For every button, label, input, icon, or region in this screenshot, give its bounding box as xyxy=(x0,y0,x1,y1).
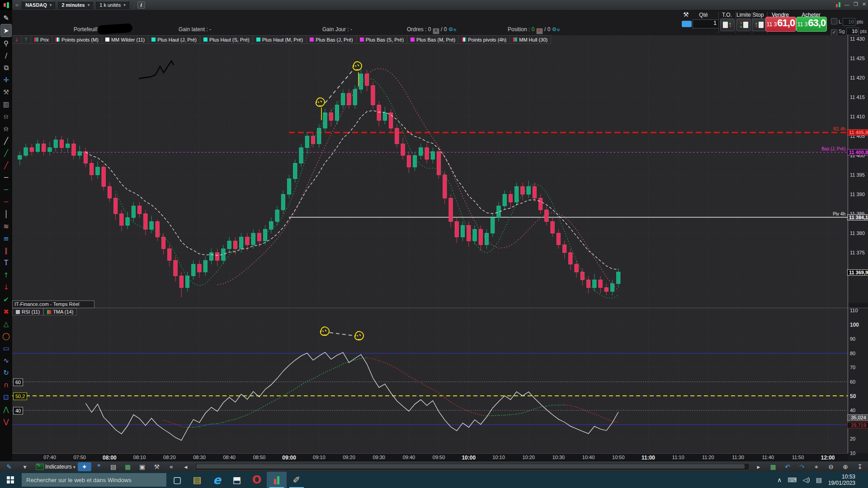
gimp-icon[interactable]: ✐ xyxy=(287,472,307,488)
opera-icon[interactable]: O xyxy=(247,472,267,488)
price-chart[interactable] xyxy=(12,35,848,308)
share-icon[interactable]: ✦ xyxy=(78,462,91,471)
move-tool-icon[interactable]: ✛ xyxy=(1,74,11,86)
cross-mark-icon[interactable]: ✖ xyxy=(1,305,11,318)
tma-legend-item[interactable]: TMA (14) xyxy=(43,308,77,315)
keyboard-icon[interactable] xyxy=(682,21,692,27)
rsi-chart[interactable] xyxy=(12,308,848,453)
orders-settings-icon[interactable]: ⚙⚙ xyxy=(448,26,457,33)
pattern-up-icon[interactable]: ⋀ xyxy=(1,403,11,415)
arrow-up-icon[interactable]: ↑ xyxy=(1,269,11,281)
task-view-icon[interactable]: ▢ xyxy=(167,472,187,488)
scroll-right-arrow[interactable]: ▸ xyxy=(752,462,765,471)
limit-order-button[interactable]: ▼▲ xyxy=(736,19,751,31)
undo-icon[interactable]: ↶ xyxy=(781,462,794,471)
fibonacci-levels-icon[interactable]: ≡ xyxy=(1,232,11,244)
pen-dropdown-caret[interactable]: ▾ xyxy=(18,462,32,471)
volume-icon[interactable]: ◁) xyxy=(802,476,810,483)
sg-checkbox[interactable]: ✓ xyxy=(831,29,837,36)
hline-white-icon[interactable]: ─ xyxy=(1,171,11,183)
info-icon[interactable]: i xyxy=(137,1,145,9)
taskbar-search-input[interactable]: Rechercher sur le web et dans Windows xyxy=(22,473,166,487)
minimize-button[interactable]: — xyxy=(844,2,849,7)
rsi-level-tag[interactable]: 50,2 xyxy=(13,392,27,400)
chat-icon[interactable]: ❞ xyxy=(92,462,106,471)
ruler-tool-icon[interactable]: ∕ xyxy=(1,49,11,61)
legend-item[interactable]: Plus Bas (J, Pré) xyxy=(307,36,357,43)
zoom-in-icon[interactable]: ⊕ xyxy=(839,462,852,471)
rotate-cursor-icon[interactable]: ↻ xyxy=(1,366,11,379)
file-explorer-icon[interactable]: ▤ xyxy=(187,472,207,488)
legend-item[interactable]: Points pivots (4h) xyxy=(459,36,510,43)
l-points-input[interactable]: 10 xyxy=(843,18,855,26)
magnet-icon[interactable]: ∩ xyxy=(1,379,11,391)
dock-panel-icon[interactable]: ↧ xyxy=(853,462,867,471)
tools-icon[interactable]: ⚒ xyxy=(1,86,11,98)
arrow-down-icon[interactable]: ↓ xyxy=(1,281,11,293)
qty-input[interactable]: 1 xyxy=(693,19,719,28)
taskbar-clock[interactable]: 10:53 19/01/2023 xyxy=(828,474,855,486)
settings-wrench-icon[interactable]: ⚒ xyxy=(150,462,164,471)
panel-settings-wrench-icon[interactable]: ⚒ xyxy=(683,11,689,18)
price-axis[interactable]: 11 43011 42511 42011 41511 41011 40511 4… xyxy=(848,35,868,303)
alarm-icon[interactable]: ⍾ xyxy=(1,122,11,135)
report-icon[interactable]: ▤ xyxy=(107,462,120,471)
channel-icon[interactable]: ∥ xyxy=(1,244,11,257)
export-down-icon[interactable]: ⤓ xyxy=(12,36,22,43)
legend-item[interactable]: Plus Bas (M, Pré) xyxy=(407,36,459,43)
check-mark-icon[interactable]: ✔ xyxy=(1,293,11,305)
link-icon[interactable]: ∞ xyxy=(15,2,19,8)
rsi-legend-item[interactable]: RSI (11) xyxy=(12,308,43,315)
fibonacci-fan-icon[interactable]: ≋ xyxy=(1,220,11,232)
close-button[interactable]: ✕ xyxy=(862,1,866,7)
legend-item[interactable]: MM Wilder (11) xyxy=(102,36,148,43)
rectangle-tool-icon[interactable]: ▭ xyxy=(1,342,11,354)
goto-date-icon[interactable]: ▩ xyxy=(766,462,780,471)
scroll-left-arrow[interactable]: ◂ xyxy=(179,462,193,471)
pencil-tool-icon[interactable]: ✎ xyxy=(1,12,11,24)
zoom-tool-icon[interactable]: ⚲ xyxy=(1,37,11,49)
edge-icon[interactable]: e xyxy=(207,472,227,488)
stop-order-button[interactable]: ▲▼ xyxy=(752,19,766,31)
scrollbar-thumb[interactable] xyxy=(196,464,745,469)
vline-icon[interactable]: │ xyxy=(1,208,11,220)
instrument-dropdown[interactable]: NASDAQ ▾ xyxy=(22,1,55,9)
tray-chevron-icon[interactable]: ∧ xyxy=(777,476,782,483)
lock-cursor-icon[interactable]: ⊡ xyxy=(1,391,11,403)
store-icon[interactable]: ⬒ xyxy=(227,472,247,488)
cancel-orders-icon[interactable]: ✕ xyxy=(433,28,439,34)
windows-layout-icon[interactable]: ▣ xyxy=(136,462,149,471)
legend-item[interactable]: Plus Haut (S, Pré) xyxy=(200,36,253,43)
redo-icon[interactable]: ↷ xyxy=(795,462,809,471)
legend-item[interactable]: Plus Bas (S, Pré) xyxy=(357,36,407,43)
collapse-chevrons-icon[interactable]: « xyxy=(165,462,178,471)
pattern-down-icon[interactable]: ⋁ xyxy=(1,415,11,427)
zoom-fit-icon[interactable]: ⌖ xyxy=(810,462,823,471)
sg-points-input[interactable]: 10 xyxy=(846,28,859,35)
legend-item[interactable]: Plus Haut (M, Pré) xyxy=(253,36,307,43)
legend-item[interactable]: Plus Haut (J, Pré) xyxy=(148,36,200,43)
legend-item[interactable]: Points pivots (M) xyxy=(52,36,102,43)
draw-pen-button[interactable]: ✎▾ xyxy=(0,462,33,471)
triangle-tool-icon[interactable]: △ xyxy=(1,318,11,330)
units-dropdown[interactable]: 1 k unités ▾ xyxy=(96,1,129,9)
zigzag-tool-icon[interactable]: ∿ xyxy=(1,354,11,366)
trash-icon[interactable]: ▥ xyxy=(1,98,11,110)
to-order-button[interactable]: ▲▼ xyxy=(720,19,735,31)
notification-icon[interactable]: ▤ xyxy=(816,476,822,483)
maximize-button[interactable]: ❐ xyxy=(854,1,858,7)
time-axis[interactable]: 07:4007:5008:0008:1008:2008:3008:4008:50… xyxy=(12,453,848,461)
timeframe-dropdown[interactable]: 2 minutes ▾ xyxy=(58,1,93,9)
alarm-add-icon[interactable]: ⍾ xyxy=(1,110,11,122)
network-icon[interactable]: ⌨ xyxy=(788,476,797,483)
cursor-tool-icon[interactable]: ➤ xyxy=(0,24,12,37)
ellipse-tool-icon[interactable]: ◯ xyxy=(1,330,11,342)
chart-scrollbar[interactable] xyxy=(195,463,750,470)
hline-red-icon[interactable]: ─ xyxy=(1,196,11,208)
trendline-green-icon[interactable]: ╱ xyxy=(1,147,11,159)
start-button[interactable] xyxy=(0,472,21,488)
hline-green-icon[interactable]: ─ xyxy=(1,183,11,196)
trendline-red-icon[interactable]: ╱ xyxy=(1,159,11,171)
legend-item[interactable]: MM Hull (30) xyxy=(510,36,551,43)
rsi-axis[interactable]: 11010090807060504030201035,02429,719 xyxy=(848,308,868,453)
